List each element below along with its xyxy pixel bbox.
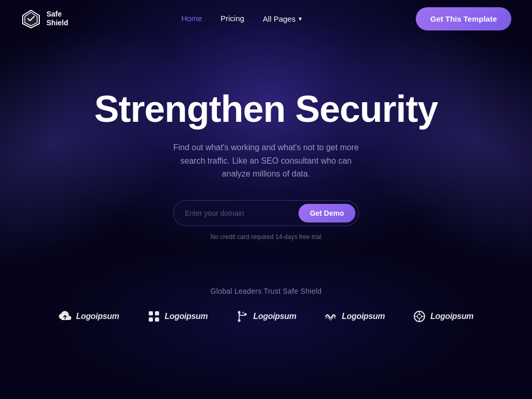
logo-text: Safe Shield xyxy=(46,10,68,27)
hero-subtitle: Find out what's working and what's not t… xyxy=(168,141,364,181)
logo-icon-5 xyxy=(413,310,426,323)
hero-section: Strengthen Security Find out what's work… xyxy=(0,37,532,241)
trial-text: No credit card required 14-days free tri… xyxy=(211,233,322,241)
logo-item-1-text: Logoipsum xyxy=(76,312,119,321)
svg-point-10 xyxy=(417,314,421,318)
domain-input[interactable] xyxy=(185,209,299,217)
nav-all-pages[interactable]: All Pages ▼ xyxy=(263,14,303,23)
logo-icon-4 xyxy=(324,310,338,323)
svg-rect-4 xyxy=(149,317,153,322)
svg-rect-3 xyxy=(155,311,159,315)
logo-icon-2 xyxy=(147,310,161,323)
logo-icon-3 xyxy=(236,310,249,323)
logos-row: Logoipsum Logoipsum Logoipsum xyxy=(58,310,474,323)
nav-links: Home Pricing All Pages ▼ xyxy=(181,14,303,23)
logo-item-2-text: Logoipsum xyxy=(165,312,208,321)
svg-rect-2 xyxy=(149,311,153,315)
logo-item-3-text: Logoipsum xyxy=(253,312,296,321)
navbar: Safe Shield Home Pricing All Pages ▼ Get… xyxy=(0,0,532,37)
svg-rect-5 xyxy=(155,317,159,322)
get-template-button[interactable]: Get This Template xyxy=(416,7,511,30)
get-demo-button[interactable]: Get Demo xyxy=(299,204,355,222)
logo-item-5-text: Logoipsum xyxy=(430,312,474,321)
safeshield-logo-icon xyxy=(21,8,41,29)
logo-item-2: Logoipsum xyxy=(147,310,208,323)
logo-icon-1 xyxy=(58,310,72,323)
logos-section: Global Leaders Trust Safe Shield Logoips… xyxy=(0,287,532,323)
hero-title: Strengthen Security xyxy=(94,89,437,130)
logo-item-4-text: Logoipsum xyxy=(342,312,385,321)
domain-input-row: Get Demo xyxy=(173,200,359,226)
logo-item-5: Logoipsum xyxy=(413,310,474,323)
logo-item-4: Logoipsum xyxy=(324,310,385,323)
chevron-down-icon: ▼ xyxy=(298,16,303,22)
logo-link[interactable]: Safe Shield xyxy=(21,8,68,29)
logo-item-1: Logoipsum xyxy=(58,310,119,323)
nav-pricing[interactable]: Pricing xyxy=(221,14,244,23)
nav-home[interactable]: Home xyxy=(181,14,202,23)
logo-item-3: Logoipsum xyxy=(236,310,296,323)
logos-heading: Global Leaders Trust Safe Shield xyxy=(210,287,321,295)
